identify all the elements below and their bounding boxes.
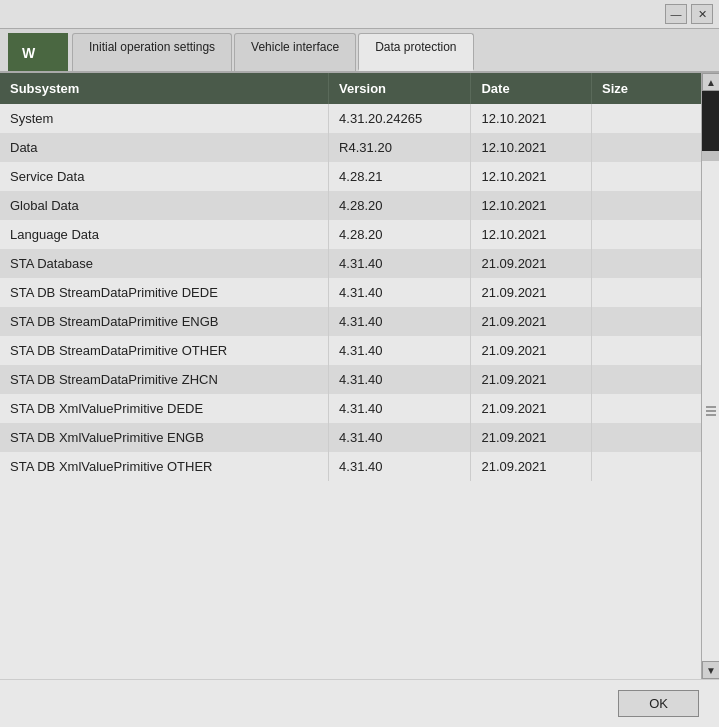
cell-version: 4.28.20 bbox=[329, 191, 471, 220]
cell-date: 21.09.2021 bbox=[471, 452, 591, 481]
ok-button[interactable]: OK bbox=[618, 690, 699, 717]
tab-data-protection[interactable]: Data protection bbox=[358, 33, 473, 71]
cell-size bbox=[591, 365, 701, 394]
cell-size bbox=[591, 394, 701, 423]
table-row: STA DB StreamDataPrimitive DEDE4.31.4021… bbox=[0, 278, 701, 307]
cell-version: 4.31.40 bbox=[329, 423, 471, 452]
table-wrapper: Subsystem Version Date Size System4.31.2… bbox=[0, 73, 719, 679]
table-row: STA DB StreamDataPrimitive OTHER4.31.402… bbox=[0, 336, 701, 365]
cell-size bbox=[591, 104, 701, 133]
cell-subsystem: STA DB XmlValuePrimitive OTHER bbox=[0, 452, 329, 481]
scrollbar-thumb[interactable] bbox=[702, 91, 719, 151]
table-row: STA DB StreamDataPrimitive ZHCN4.31.4021… bbox=[0, 365, 701, 394]
table-scroll: Subsystem Version Date Size System4.31.2… bbox=[0, 73, 701, 679]
title-bar: — ✕ bbox=[0, 0, 719, 29]
scrollbar[interactable]: ▲ ▼ bbox=[701, 73, 719, 679]
cell-size bbox=[591, 220, 701, 249]
cell-version: 4.31.40 bbox=[329, 336, 471, 365]
cell-date: 12.10.2021 bbox=[471, 104, 591, 133]
cell-subsystem: Data bbox=[0, 133, 329, 162]
close-button[interactable]: ✕ bbox=[691, 4, 713, 24]
cell-date: 21.09.2021 bbox=[471, 249, 591, 278]
data-table: Subsystem Version Date Size System4.31.2… bbox=[0, 73, 701, 481]
cell-version: 4.28.21 bbox=[329, 162, 471, 191]
table-row: DataR4.31.2012.10.2021 bbox=[0, 133, 701, 162]
cell-version: 4.31.40 bbox=[329, 307, 471, 336]
cell-version: 4.31.40 bbox=[329, 278, 471, 307]
cell-date: 21.09.2021 bbox=[471, 278, 591, 307]
table-row: Language Data4.28.2012.10.2021 bbox=[0, 220, 701, 249]
tab-initial-operation[interactable]: Initial operation settings bbox=[72, 33, 232, 71]
cell-date: 21.09.2021 bbox=[471, 307, 591, 336]
cell-subsystem: STA DB XmlValuePrimitive ENGB bbox=[0, 423, 329, 452]
table-row: STA DB XmlValuePrimitive OTHER4.31.4021.… bbox=[0, 452, 701, 481]
scroll-up-button[interactable]: ▲ bbox=[702, 73, 719, 91]
tab-vehicle-interface[interactable]: Vehicle interface bbox=[234, 33, 356, 71]
cell-date: 21.09.2021 bbox=[471, 423, 591, 452]
cell-date: 21.09.2021 bbox=[471, 365, 591, 394]
table-row: STA DB XmlValuePrimitive ENGB4.31.4021.0… bbox=[0, 423, 701, 452]
table-row: System4.31.20.2426512.10.2021 bbox=[0, 104, 701, 133]
cell-version: 4.31.40 bbox=[329, 394, 471, 423]
cell-size bbox=[591, 307, 701, 336]
table-row: STA Database4.31.4021.09.2021 bbox=[0, 249, 701, 278]
cell-size bbox=[591, 452, 701, 481]
cell-size bbox=[591, 133, 701, 162]
main-window: — ✕ W Initial operation settings Vehicle… bbox=[0, 0, 719, 727]
cell-subsystem: Global Data bbox=[0, 191, 329, 220]
cell-size bbox=[591, 249, 701, 278]
scrollbar-middle bbox=[702, 161, 719, 661]
cell-date: 12.10.2021 bbox=[471, 133, 591, 162]
col-header-version: Version bbox=[329, 73, 471, 104]
cell-date: 21.09.2021 bbox=[471, 394, 591, 423]
cell-size bbox=[591, 191, 701, 220]
cell-size bbox=[591, 278, 701, 307]
cell-subsystem: STA DB XmlValuePrimitive DEDE bbox=[0, 394, 329, 423]
footer: OK bbox=[0, 679, 719, 727]
cell-subsystem: Language Data bbox=[0, 220, 329, 249]
scroll-down-button[interactable]: ▼ bbox=[702, 661, 719, 679]
cell-subsystem: System bbox=[0, 104, 329, 133]
col-header-date: Date bbox=[471, 73, 591, 104]
col-header-subsystem: Subsystem bbox=[0, 73, 329, 104]
cell-version: R4.31.20 bbox=[329, 133, 471, 162]
cell-subsystem: STA Database bbox=[0, 249, 329, 278]
cell-version: 4.31.20.24265 bbox=[329, 104, 471, 133]
cell-version: 4.31.40 bbox=[329, 452, 471, 481]
cell-subsystem: STA DB StreamDataPrimitive ZHCN bbox=[0, 365, 329, 394]
cell-subsystem: STA DB StreamDataPrimitive DEDE bbox=[0, 278, 329, 307]
cell-version: 4.28.20 bbox=[329, 220, 471, 249]
cell-version: 4.31.40 bbox=[329, 365, 471, 394]
table-row: STA DB StreamDataPrimitive ENGB4.31.4021… bbox=[0, 307, 701, 336]
cell-size bbox=[591, 336, 701, 365]
table-row: STA DB XmlValuePrimitive DEDE4.31.4021.0… bbox=[0, 394, 701, 423]
col-header-size: Size bbox=[591, 73, 701, 104]
cell-date: 12.10.2021 bbox=[471, 220, 591, 249]
scrollbar-grip bbox=[706, 406, 716, 416]
cell-version: 4.31.40 bbox=[329, 249, 471, 278]
cell-date: 12.10.2021 bbox=[471, 191, 591, 220]
cell-subsystem: Service Data bbox=[0, 162, 329, 191]
cell-subsystem: STA DB StreamDataPrimitive ENGB bbox=[0, 307, 329, 336]
scrollbar-track[interactable] bbox=[702, 91, 719, 661]
tab-bar: W Initial operation settings Vehicle int… bbox=[0, 29, 719, 73]
cell-size bbox=[591, 162, 701, 191]
table-row: Service Data4.28.2112.10.2021 bbox=[0, 162, 701, 191]
minimize-button[interactable]: — bbox=[665, 4, 687, 24]
table-row: Global Data4.28.2012.10.2021 bbox=[0, 191, 701, 220]
logo-tab: W bbox=[8, 33, 68, 71]
cell-size bbox=[591, 423, 701, 452]
cell-date: 12.10.2021 bbox=[471, 162, 591, 191]
cell-date: 21.09.2021 bbox=[471, 336, 591, 365]
svg-text:W: W bbox=[22, 45, 36, 61]
content-area: Subsystem Version Date Size System4.31.2… bbox=[0, 73, 719, 679]
cell-subsystem: STA DB StreamDataPrimitive OTHER bbox=[0, 336, 329, 365]
